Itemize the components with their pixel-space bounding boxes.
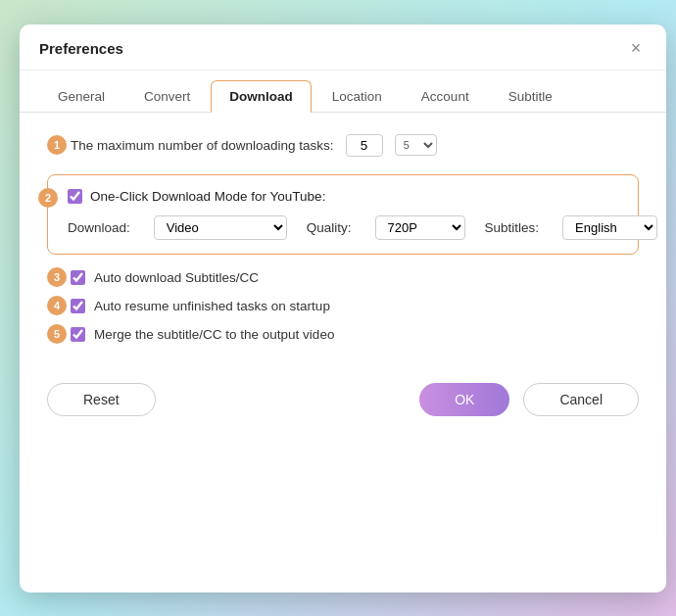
tab-download[interactable]: Download (211, 80, 312, 113)
max-tasks-dropdown[interactable]: 5 3 8 10 (395, 134, 437, 156)
tab-convert[interactable]: Convert (125, 80, 209, 113)
tabs-bar: General Convert Download Location Accoun… (20, 71, 666, 113)
cancel-button[interactable]: Cancel (523, 383, 639, 416)
tab-account[interactable]: Account (403, 80, 488, 113)
ok-button[interactable]: OK (419, 383, 509, 416)
badge-4: 4 (47, 296, 67, 315)
subtitles-select[interactable]: English None All (562, 215, 657, 240)
tab-location[interactable]: Location (314, 80, 401, 113)
max-tasks-value: 5 (346, 134, 383, 157)
dialog-title: Preferences (39, 40, 123, 57)
badge-2: 2 (38, 188, 58, 208)
reset-button[interactable]: Reset (47, 383, 156, 416)
auto-resume-checkbox[interactable] (71, 299, 85, 313)
subtitles-opt-label: Subtitles: (485, 220, 540, 235)
badge-5: 5 (47, 324, 67, 344)
auto-subtitles-label: Auto download Subtitles/CC (94, 270, 259, 285)
oneclick-label: One-Click Download Mode for YouTube: (90, 189, 325, 204)
download-opt-label: Download: (68, 220, 130, 235)
oneclick-checkbox[interactable] (68, 189, 82, 204)
close-button[interactable]: × (625, 38, 647, 60)
tab-general[interactable]: General (39, 80, 123, 113)
quality-select[interactable]: 720P 1080P 480P 360P (375, 215, 465, 240)
merge-subtitle-checkbox[interactable] (71, 327, 85, 342)
auto-subtitles-checkbox[interactable] (71, 270, 85, 285)
quality-opt-label: Quality: (307, 220, 352, 235)
download-type-select[interactable]: Video Audio Video + Audio (154, 215, 287, 240)
auto-resume-label: Auto resume unfinished tasks on startup (94, 299, 330, 313)
badge-3: 3 (47, 267, 67, 287)
tab-subtitle[interactable]: Subtitle (490, 80, 571, 113)
max-tasks-label: The maximum number of downloading tasks: (71, 138, 334, 153)
badge-1: 1 (47, 135, 67, 155)
merge-subtitle-label: Merge the subtitle/CC to the output vide… (94, 327, 334, 342)
